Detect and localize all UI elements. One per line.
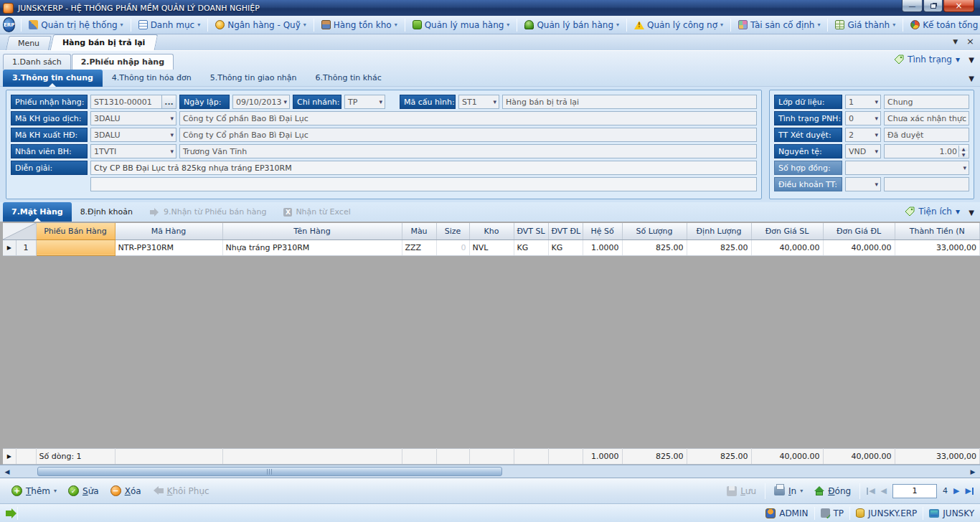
last-page-icon[interactable]: ▶ — [966, 486, 974, 495]
menu-item-ke-toan-tong-hop[interactable]: Kế toán tổng hợp▾ — [905, 17, 980, 33]
tab-mat-hang[interactable]: 7.Mặt Hàng — [3, 202, 72, 222]
cell-ma-hang[interactable]: NTR-PP310RM — [115, 239, 222, 255]
approval-status-name-field[interactable]: Đã duyệt — [884, 128, 969, 142]
col-mau[interactable]: Màu — [402, 223, 436, 239]
invoice-customer-combo[interactable]: 3DALU▾ — [90, 128, 176, 142]
current-page-field[interactable]: 1 — [892, 484, 937, 498]
menu-item-gia-thanh[interactable]: Giá thành▾ — [830, 17, 900, 33]
date-picker[interactable]: 09/10/2013▾ — [232, 95, 290, 109]
col-thanh-tien[interactable]: Thành Tiền (N — [895, 223, 980, 239]
close-tab-icon[interactable]: × — [966, 37, 974, 45]
branch-combo[interactable]: TP▾ — [344, 95, 385, 109]
salesperson-name-field[interactable]: Trương Văn Tĩnh — [179, 144, 757, 158]
col-dvt-sl[interactable]: ĐVT SL — [514, 223, 548, 239]
tab-phieu-nhap-hang[interactable]: 2.Phiếu nhập hàng — [72, 54, 174, 70]
table-row[interactable]: ▶ 1 NTR-PP310RM Nhựa tráng PP310RM ZZZ 0… — [3, 239, 980, 255]
menu-item-tai-san-co-dinh[interactable]: Tài sản cố định▾ — [733, 17, 825, 33]
exchange-rate-spinner[interactable]: 1.00▲▼ — [884, 144, 969, 158]
col-dinh-luong[interactable]: Định Lượng — [687, 223, 751, 239]
description-field[interactable]: Cty CP BB Đại Lục trả 825kg nhựa tráng E… — [90, 161, 757, 175]
overflow-chevron-icon[interactable]: ▼ — [969, 209, 974, 217]
trading-customer-name-field[interactable]: Công ty Cổ phần Bao Bì Đại Lục — [179, 111, 757, 125]
menu-item-quan-ly-mua-hang[interactable]: Quản lý mua hàng▾ — [407, 17, 515, 33]
cell-dvt-sl[interactable]: KG — [514, 239, 548, 255]
receipt-number-field[interactable]: ST1310-00001 — [90, 95, 162, 109]
cell-size[interactable]: 0 — [436, 239, 469, 255]
horizontal-scrollbar[interactable]: ◀ ▶ — [0, 465, 980, 478]
restore-button[interactable] — [923, 0, 943, 12]
contract-number-combo[interactable]: ▾ — [845, 161, 969, 175]
col-kho[interactable]: Kho — [469, 223, 514, 239]
approval-status-combo[interactable]: 2▾ — [845, 128, 881, 142]
next-page-icon[interactable]: ▶ — [953, 486, 959, 495]
col-don-gia-sl[interactable]: Đơn Giá SL — [751, 223, 823, 239]
edit-button[interactable]: ✓Sửa — [62, 482, 105, 500]
overflow-chevron-icon[interactable]: ▼ — [969, 75, 974, 82]
browse-button[interactable]: ... — [162, 95, 176, 109]
data-layer-name-field[interactable]: Chung — [884, 95, 969, 109]
tab-hang-ban-bi-tra-lai[interactable]: Hàng bán bị trả lại — [50, 34, 158, 50]
col-dvt-dl[interactable]: ĐVT ĐL — [548, 223, 583, 239]
print-button[interactable]: In▾ — [768, 482, 809, 500]
delete-button[interactable]: −Xóa — [105, 482, 147, 500]
close-button[interactable]: × — [943, 0, 974, 12]
menu-item-ngan-hang-quy[interactable]: Ngân hàng - Quỹ▾ — [210, 17, 311, 33]
col-phieu-ban-hang[interactable]: Phiếu Bán Hàng — [36, 223, 115, 239]
tab-menu[interactable]: Menu — [6, 36, 52, 50]
cell-don-gia-sl[interactable]: 40,000.00 — [751, 239, 823, 255]
cell-thanh-tien[interactable]: 33,000,00 — [895, 239, 980, 255]
payment-terms-name-field[interactable] — [884, 177, 969, 191]
overflow-chevron-icon[interactable]: ▼ — [969, 56, 974, 64]
col-ten-hang[interactable]: Tên Hàng — [222, 223, 402, 239]
prev-page-icon[interactable]: ◀ — [881, 486, 887, 495]
invoice-customer-name-field[interactable]: Công ty Cổ phần Bao Bì Đại Lục — [179, 128, 757, 142]
col-he-so[interactable]: Hệ Số — [583, 223, 622, 239]
col-don-gia-dl[interactable]: Đơn Giá ĐL — [823, 223, 895, 239]
cell-kho[interactable]: NVL — [469, 239, 514, 255]
add-button[interactable]: +Thêm▾ — [6, 482, 62, 500]
tab-dinh-khoan[interactable]: 8.Định khoản — [72, 202, 141, 222]
tab-thong-tin-chung[interactable]: 3.Thông tin chung — [3, 70, 103, 87]
first-page-icon[interactable]: ◀ — [866, 486, 875, 495]
cell-phieu-ban-hang[interactable] — [36, 239, 115, 255]
scroll-left-icon[interactable]: ◀ — [1, 467, 13, 477]
scrollbar-thumb[interactable] — [37, 467, 502, 476]
data-layer-combo[interactable]: 1▾ — [845, 95, 881, 109]
tab-list-chevron-icon[interactable]: ▼ — [953, 38, 958, 45]
menu-item-quan-tri-he-thong[interactable]: Quản trị hệ thống▾ — [24, 17, 128, 33]
menu-item-quan-ly-ban-hang[interactable]: Quản lý bán hàng▾ — [519, 17, 624, 33]
receipt-status-combo[interactable]: 0▾ — [845, 111, 881, 125]
config-code-combo[interactable]: ST1▾ — [458, 95, 499, 109]
col-size[interactable]: Size — [436, 223, 469, 239]
payment-terms-combo[interactable]: ▾ — [845, 177, 881, 191]
description-extra-field[interactable] — [90, 177, 757, 191]
utilities-dropdown[interactable]: Tiện ích ▾ — [905, 207, 960, 217]
currency-combo[interactable]: VND▾ — [845, 144, 881, 158]
close-form-button[interactable]: Đóng — [809, 482, 857, 500]
col-ma-hang[interactable]: Mã Hàng — [115, 223, 222, 239]
trading-customer-combo[interactable]: 3DALU▾ — [90, 111, 176, 125]
receipt-status-name-field[interactable]: Chưa xác nhận thực x — [884, 111, 969, 125]
col-so-luong[interactable]: Số Lượng — [622, 223, 687, 239]
cell-so-luong[interactable]: 825.00 — [622, 239, 687, 255]
minimize-button[interactable]: — — [902, 0, 923, 12]
cell-dinh-luong[interactable]: 825.00 — [687, 239, 751, 255]
tab-danh-sach[interactable]: 1.Danh sách — [3, 54, 71, 70]
menu-item-quan-ly-cong-no[interactable]: Quản lý công nợ▾ — [629, 17, 728, 33]
menu-item-danh-muc[interactable]: Danh mục▾ — [133, 17, 206, 33]
config-name-field[interactable]: Hàng bán bị trả lại — [502, 95, 757, 109]
tab-thong-tin-khac[interactable]: 6.Thông tin khác — [306, 70, 391, 87]
status-dropdown[interactable]: Tình trạng ▾ — [894, 54, 960, 65]
cell-dvt-dl[interactable]: KG — [548, 239, 583, 255]
spinner-arrows-icon[interactable]: ▲▼ — [958, 146, 968, 157]
salesperson-combo[interactable]: 1TVTI▾ — [90, 144, 176, 158]
tab-thong-tin-hoa-don[interactable]: 4.Thông tin hóa đơn — [103, 70, 201, 87]
erp-orb-button[interactable]: ERP — [3, 17, 15, 32]
cell-mau[interactable]: ZZZ — [402, 239, 436, 255]
cell-he-so[interactable]: 1.0000 — [583, 239, 622, 255]
menu-item-hang-ton-kho[interactable]: Hàng tồn kho▾ — [316, 17, 402, 33]
tab-thong-tin-giao-nhan[interactable]: 5.Thông tin giao nhận — [201, 70, 306, 87]
cell-ten-hang[interactable]: Nhựa tráng PP310RM — [222, 239, 402, 255]
scroll-right-icon[interactable]: ▶ — [967, 467, 979, 477]
cell-don-gia-dl[interactable]: 40,000.00 — [823, 239, 895, 255]
